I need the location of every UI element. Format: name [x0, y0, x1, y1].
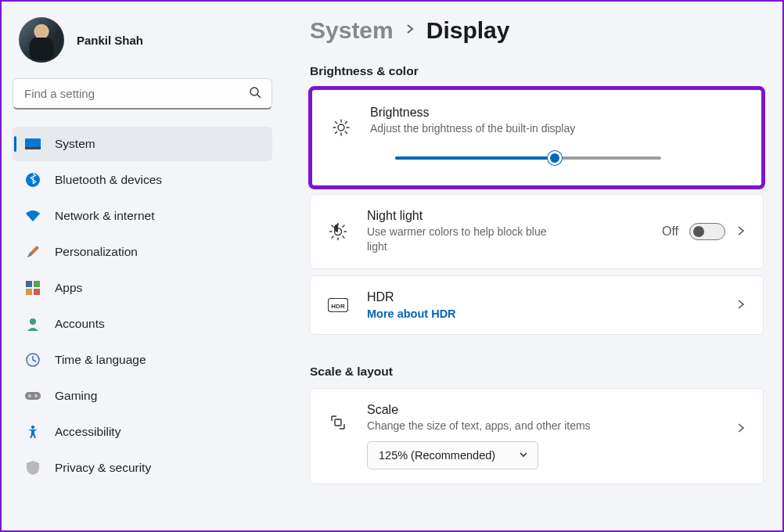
- brightness-sub: Adjust the brightness of the built-in di…: [370, 121, 746, 136]
- hdr-title: HDR: [367, 290, 717, 304]
- svg-line-32: [343, 236, 344, 238]
- svg-text:HDR: HDR: [331, 302, 345, 309]
- nav-label: Accounts: [55, 317, 105, 331]
- scale-selected-value: 125% (Recommended): [379, 449, 495, 462]
- profile-header[interactable]: Pankil Shah: [13, 13, 272, 78]
- scale-title: Scale: [367, 403, 717, 417]
- svg-line-23: [345, 131, 347, 133]
- svg-rect-1: [30, 38, 54, 60]
- hdr-card[interactable]: HDR HDR More about HDR: [310, 275, 764, 335]
- sidebar-item-accessibility[interactable]: Accessibility: [13, 415, 272, 449]
- nav-label: Accessibility: [55, 425, 120, 439]
- profile-name: Pankil Shah: [77, 34, 143, 47]
- scale-icon: [328, 414, 348, 431]
- hdr-link[interactable]: More about HDR: [367, 307, 717, 320]
- section-title-scale-layout: Scale & layout: [310, 365, 764, 379]
- svg-point-0: [34, 24, 49, 39]
- nav-label: Privacy & security: [55, 461, 151, 475]
- chevron-right-icon: [405, 23, 415, 38]
- bluetooth-icon: [25, 172, 41, 188]
- accessibility-icon: [25, 424, 41, 440]
- scale-select[interactable]: 125% (Recommended): [367, 441, 538, 469]
- svg-line-24: [336, 131, 337, 133]
- section-title-brightness-color: Brightness & color: [310, 64, 764, 78]
- breadcrumb-parent[interactable]: System: [310, 17, 394, 44]
- search-container: [13, 78, 272, 110]
- breadcrumb: System Display: [310, 17, 764, 44]
- svg-point-15: [34, 394, 38, 397]
- svg-point-17: [338, 124, 344, 131]
- shield-icon: [25, 460, 41, 476]
- nav-label: Gaming: [55, 389, 97, 403]
- svg-line-25: [345, 122, 347, 124]
- system-icon: [25, 136, 41, 152]
- svg-rect-8: [34, 281, 40, 287]
- sidebar-item-system[interactable]: System: [13, 127, 272, 161]
- night-light-title: Night light: [367, 209, 643, 223]
- sidebar-item-gaming[interactable]: Gaming: [13, 379, 272, 413]
- svg-rect-9: [26, 289, 32, 295]
- svg-line-3: [257, 95, 261, 98]
- svg-line-22: [336, 122, 337, 124]
- hdr-icon: HDR: [328, 298, 348, 312]
- avatar: [19, 17, 64, 63]
- brightness-slider[interactable]: [395, 151, 661, 165]
- svg-rect-7: [26, 281, 32, 287]
- night-light-toggle[interactable]: [689, 223, 725, 240]
- sidebar-item-network[interactable]: Network & internet: [13, 199, 272, 233]
- svg-line-31: [332, 225, 333, 227]
- svg-rect-5: [25, 147, 41, 149]
- chevron-right-icon: [736, 225, 746, 239]
- brightness-title: Brightness: [370, 106, 746, 120]
- sidebar-item-personalization[interactable]: Personalization: [13, 235, 272, 269]
- wifi-icon: [25, 208, 41, 224]
- svg-line-33: [332, 236, 333, 238]
- gaming-icon: [25, 388, 41, 404]
- page-title: Display: [426, 17, 510, 44]
- apps-icon: [25, 280, 41, 296]
- sidebar: Pankil Shah System Bluetooth & devices: [2, 2, 283, 530]
- svg-point-14: [28, 394, 31, 397]
- person-icon: [25, 316, 41, 332]
- sidebar-item-apps[interactable]: Apps: [13, 271, 272, 305]
- night-light-icon: [328, 222, 348, 241]
- chevron-right-icon: [736, 422, 746, 436]
- svg-rect-10: [34, 289, 40, 295]
- svg-point-11: [30, 318, 36, 325]
- nav-label: Network & internet: [55, 209, 155, 223]
- chevron-right-icon: [736, 298, 746, 312]
- night-light-sub: Use warmer colors to help block blue lig…: [367, 225, 555, 254]
- sidebar-item-privacy[interactable]: Privacy & security: [13, 451, 272, 485]
- nav-label: Bluetooth & devices: [55, 173, 162, 187]
- clock-globe-icon: [25, 352, 41, 368]
- sidebar-item-bluetooth[interactable]: Bluetooth & devices: [13, 163, 272, 197]
- search-input[interactable]: [13, 78, 272, 110]
- svg-line-34: [343, 225, 344, 227]
- svg-rect-37: [335, 419, 341, 426]
- night-light-state: Off: [662, 225, 678, 239]
- brightness-card: Brightness Adjust the brightness of the …: [310, 88, 764, 188]
- nav-label: Personalization: [55, 245, 138, 259]
- main-content: System Display Brightness & color Bright…: [283, 2, 782, 530]
- scale-sub: Change the size of text, apps, and other…: [367, 419, 717, 433]
- paintbrush-icon: [25, 244, 41, 260]
- svg-point-16: [31, 426, 34, 429]
- nav-label: Apps: [55, 281, 82, 295]
- sidebar-item-accounts[interactable]: Accounts: [13, 307, 272, 341]
- nav-list: System Bluetooth & devices Network & int…: [13, 127, 272, 485]
- nav-label: Time & language: [55, 353, 146, 367]
- night-light-card[interactable]: Night light Use warmer colors to help bl…: [310, 194, 764, 269]
- scale-card[interactable]: Scale Change the size of text, apps, and…: [310, 388, 764, 484]
- search-icon: [249, 86, 261, 102]
- sidebar-item-time-language[interactable]: Time & language: [13, 343, 272, 377]
- svg-rect-13: [25, 392, 41, 400]
- brightness-icon: [331, 118, 351, 137]
- chevron-down-icon: [519, 449, 528, 462]
- nav-label: System: [55, 137, 95, 151]
- svg-point-2: [250, 88, 258, 95]
